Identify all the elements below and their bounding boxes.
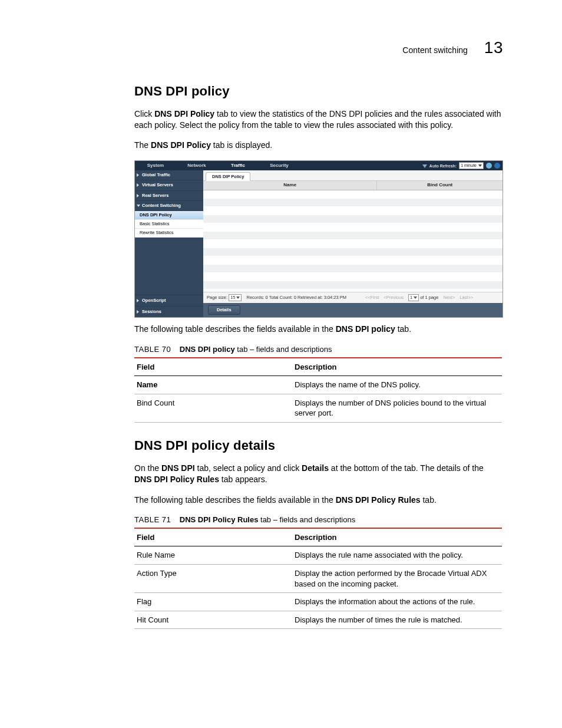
table-row: Bind Count Displays the number of DNS po… [134,394,502,422]
chevron-down-icon [414,297,417,299]
table71-row3-field: Hit Count [134,611,292,629]
tab-dns-dip-policy[interactable]: DNS DIP Policy [206,172,250,181]
button-bar: Details [203,303,503,317]
table-row[interactable] [203,223,503,232]
pager-last[interactable]: Last>> [459,295,473,301]
breadcrumb: Content switching [402,45,468,56]
pager-prev[interactable]: <Previous [384,295,404,301]
table71-row2-field: Flag [134,593,292,611]
pin-icon[interactable] [422,164,427,168]
table70-caption: TABLE 70 DNS DPI policy tab – fields and… [134,344,503,355]
table71-head-field: Field [134,528,292,546]
content-tabstrip: DNS DIP Policy [203,170,503,181]
table-row: Name Displays the name of the DNS policy… [134,376,502,394]
section2-paragraph-2: The following table describes the fields… [134,495,503,506]
section1-paragraph-2: The DNS DPI Policy tab is displayed. [134,140,503,151]
menubar-tab-traffic[interactable]: Traffic [217,161,259,170]
table71-row2-desc: Displays the information about the actio… [292,593,502,611]
table-row[interactable] [203,256,503,265]
grid-header-bind-count[interactable]: Bind Count [377,181,503,190]
page-size-select[interactable]: 15 [229,294,242,301]
page-size-label: Page size: [207,295,227,300]
table71-row3-desc: Displays the number of times the rule is… [292,611,502,629]
chevron-down-icon [137,205,140,207]
chevron-right-icon [137,183,139,187]
records-status: Records: 0 Total Count: 0 Retrieved at: … [246,295,346,301]
table-row: Flag Displays the information about the … [134,593,502,611]
chevron-right-icon [137,194,139,197]
table71-row0-desc: Displays the rule name associated with t… [292,546,502,565]
table70: Field Description Name Displays the name… [134,357,502,423]
table71-head-description: Description [292,528,502,546]
table70-head-description: Description [292,358,502,376]
app-menubar: System Network Traffic Security Auto Ref… [135,161,503,170]
policy-grid: Name Bind Count [203,181,503,303]
details-button[interactable]: Details [208,305,240,315]
table-row[interactable] [203,281,503,289]
chevron-right-icon [137,299,139,302]
table-row: Action Type Display the action performed… [134,565,502,593]
chevron-right-icon [137,173,139,177]
pager-next[interactable]: Next> [443,295,455,301]
table-row[interactable] [203,215,503,223]
table-row: Rule Name Displays the rule name associa… [134,546,502,565]
chevron-down-icon [236,297,240,299]
table-row[interactable] [203,248,503,256]
menubar-tab-security[interactable]: Security [259,161,300,170]
grid-rows [203,190,503,292]
grid-pager: Page size: 15 Records: 0 Total Count: 0 … [203,292,503,303]
help-icon[interactable] [494,163,500,169]
sidebar-item-content-switching[interactable]: Content Switching [135,201,203,211]
table-row[interactable] [203,190,503,199]
sidebar-item-openscript[interactable]: OpenScript [135,295,203,306]
table70-row0-desc: Displays the name of the DNS policy. [292,376,502,394]
section-title-dns-dpi-policy-details: DNS DPI policy details [134,437,503,454]
chevron-right-icon [137,310,139,314]
auto-refresh-label: Auto Refresh: [429,163,457,169]
table-row[interactable] [203,232,503,240]
menubar-tab-system[interactable]: System [135,161,176,170]
section1-paragraph-1: Click DNS DPI Policy tab to view the sta… [134,108,503,131]
sidebar-item-sessions[interactable]: Sessions [135,306,203,317]
sidebar-sub-rewrite-statistics[interactable]: Rewrite Statistics [135,229,203,238]
table-row[interactable] [203,240,503,248]
menubar-tab-network[interactable]: Network [176,161,217,170]
section2-paragraph-1: On the DNS DPI tab, select a policy and … [134,463,503,485]
table71-row0-field: Rule Name [134,546,292,565]
pager-first[interactable]: <<First [365,295,379,301]
pager-page-input[interactable]: 1 [408,294,419,301]
section-title-dns-dpi-policy: DNS DPI policy [134,83,503,100]
table71-caption: TABLE 71 DNS DPI Policy Rules tab – fiel… [134,515,503,525]
auto-refresh-select[interactable]: 1 minute [459,162,484,169]
table-row[interactable] [203,207,503,215]
refresh-icon[interactable] [486,163,492,169]
table70-row1-field: Bind Count [134,394,292,422]
table70-head-field: Field [134,358,292,376]
table71: Field Description Rule Name Displays the… [134,528,502,629]
table70-row1-desc: Displays the number of DNS policies boun… [292,394,502,422]
sidebar-sub-dns-dpi-policy[interactable]: DNS DPI Policy [135,211,203,220]
pager-of-pages: of 1 page [420,295,438,300]
page-number: 13 [484,37,503,59]
table-row[interactable] [203,265,503,273]
sidebar-item-real-servers[interactable]: Real Servers [135,191,203,201]
grid-header-name[interactable]: Name [203,181,377,190]
screenshot-dns-dpi-policy-tab: System Network Traffic Security Auto Ref… [134,160,503,318]
table70-row0-field: Name [134,376,292,394]
sidebar-item-virtual-servers[interactable]: Virtual Servers [135,180,203,190]
sidebar: Global Traffic Virtual Servers Real Serv… [135,170,203,317]
table71-row1-desc: Display the action performed by the Broc… [292,565,502,593]
table-row: Hit Count Displays the number of times t… [134,611,502,629]
table-row[interactable] [203,199,503,207]
table-row[interactable] [203,273,503,281]
sidebar-sub-basic-statistics[interactable]: Basic Statistics [135,220,203,229]
running-header: Content switching 13 [402,37,503,59]
table71-row1-field: Action Type [134,565,292,593]
chevron-down-icon [478,164,482,167]
section1-paragraph-3: The following table describes the fields… [134,324,503,335]
sidebar-item-global-traffic[interactable]: Global Traffic [135,170,203,180]
